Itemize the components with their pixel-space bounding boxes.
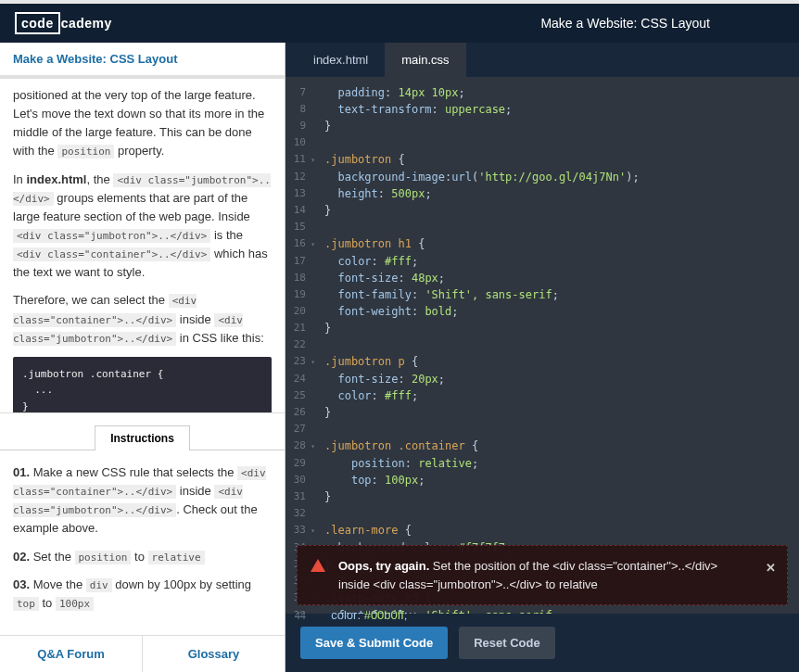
instruction-step: 01. Make a new CSS rule that selects the… [13,463,272,539]
line-number: 26 [285,404,324,421]
logo[interactable]: code cademy [15,12,112,34]
editor-line[interactable]: 30 top: 100px; [285,472,799,488]
line-number: 24 [285,371,324,387]
paragraph: In index.html, the <div class="jumbotron… [13,171,272,283]
editor-tabs: index.html main.css [285,43,799,77]
inline-code: div [86,578,112,592]
lesson-content: positioned at the very top of the large … [0,79,285,412]
editor-line[interactable]: 8 text-transform: uppercase; [285,101,799,118]
line-number: 44 [285,607,324,624]
line-number: 29 [285,455,324,472]
line-number: 30 [285,472,324,488]
code-block: .jumbotron .container { ... } [13,357,272,412]
editor-line[interactable]: 10 [285,134,799,151]
editor-line[interactable]: 22 [285,336,799,353]
editor-line[interactable]: 14} [285,202,799,219]
inline-code: top [13,597,39,611]
editor-line[interactable]: 11▾.jumbotron { [285,151,799,169]
logo-rest: cademy [61,16,112,31]
editor-line[interactable]: 28▾.jumbotron .container { [285,437,799,455]
editor-line[interactable]: 27 [285,421,799,437]
line-number: 17 [285,253,324,270]
line-number: 33▾ [285,522,324,539]
editor-line[interactable]: 9} [285,118,799,134]
instructions-tab: Instructions [0,412,285,450]
line-number: 11▾ [285,151,324,169]
editor-line[interactable]: 17 color: #fff; [285,253,799,270]
lesson-footer: Q&A Forum Glossary [0,635,285,672]
inline-code: position [57,145,114,158]
line-number: 9 [285,118,324,134]
line-number: 14 [285,202,324,219]
line-number: 27 [285,421,324,437]
inline-code: <div class="container">..</div> [13,247,210,261]
editor-line[interactable]: 15 [285,219,799,235]
error-banner: Oops, try again. Set the position of the… [297,545,788,605]
page-title: Make a Website: CSS Layout [540,16,710,31]
line-number: 32 [285,505,324,522]
paragraph: Therefore, we can select the <div class=… [13,291,272,347]
line-number: 12 [285,169,324,185]
line-number: 22 [285,336,324,353]
editor-line[interactable]: 7 padding: 14px 10px; [285,84,799,101]
editor-line[interactable]: 25 color: #fff; [285,387,799,404]
error-title: Oops, try again. [338,559,429,573]
line-number: 15 [285,219,324,235]
line-number: 23▾ [285,353,324,371]
glossary-link[interactable]: Glossary [143,636,285,672]
instructions-body: 01. Make a new CSS rule that selects the… [0,450,285,635]
logo-boxed: code [15,12,60,34]
line-number: 31 [285,488,324,505]
line-number: 28▾ [285,437,324,455]
line-number: 8 [285,101,324,118]
save-submit-button[interactable]: Save & Submit Code [300,627,448,659]
editor-line[interactable]: 19 font-family: 'Shift', sans-serif; [285,286,799,303]
reset-code-button[interactable]: Reset Code [459,627,555,659]
inline-code: 100px [56,597,94,611]
code-editor[interactable]: 7 padding: 14px 10px;8 text-transform: u… [285,77,799,614]
tab-main-css[interactable]: main.css [385,43,465,77]
editor-line[interactable]: 20 font-weight: bold; [285,303,799,320]
editor-line[interactable]: 31} [285,488,799,505]
editor-line[interactable]: 18 font-size: 48px; [285,270,799,286]
line-number: 18 [285,270,324,286]
lesson-panel: Make a Website: CSS Layout positioned at… [0,43,285,672]
editor-line[interactable]: 16▾.jumbotron h1 { [285,235,799,253]
inline-code: <div class="jumbotron">..</div> [13,229,210,243]
editor-line[interactable]: 26} [285,404,799,421]
line-number: 13 [285,185,324,202]
editor-line[interactable]: 12 background-image:url('http://goo.gl/0… [285,169,799,185]
top-bar: code cademy Make a Website: CSS Layout [0,0,799,43]
line-number: 21 [285,320,324,336]
tab-index-html[interactable]: index.html [297,43,385,77]
editor-panel: index.html main.css 7 padding: 14px 10px… [285,43,799,672]
lesson-title: Make a Website: CSS Layout [0,43,285,79]
warning-icon [311,559,325,572]
editor-line[interactable]: 24 font-size: 20px; [285,371,799,387]
line-number: 7 [285,84,324,101]
line-number: 10 [285,134,324,151]
paragraph: positioned at the very top of the large … [13,86,272,161]
editor-line[interactable]: 23▾.jumbotron p { [285,353,799,371]
instruction-step: 03. Move the div down by 100px by settin… [13,576,272,613]
line-number: 19 [285,286,324,303]
editor-line[interactable]: 29 position: relative; [285,455,799,472]
inline-code: position [75,551,132,564]
qa-forum-link[interactable]: Q&A Forum [0,636,143,672]
line-number: 16▾ [285,235,324,253]
inline-code: relative [148,551,205,564]
editor-line[interactable]: 13 height: 500px; [285,185,799,202]
editor-line[interactable]: 21} [285,320,799,336]
editor-line[interactable]: 33▾.learn-more { [285,522,799,539]
line-number: 25 [285,387,324,404]
line-number: 20 [285,303,324,320]
close-icon[interactable]: ✕ [766,559,776,577]
editor-line[interactable]: 44 color: #00b0ff; [285,607,799,624]
instruction-step: 02. Set the position to relative [13,548,272,566]
editor-line[interactable]: 32 [285,505,799,522]
